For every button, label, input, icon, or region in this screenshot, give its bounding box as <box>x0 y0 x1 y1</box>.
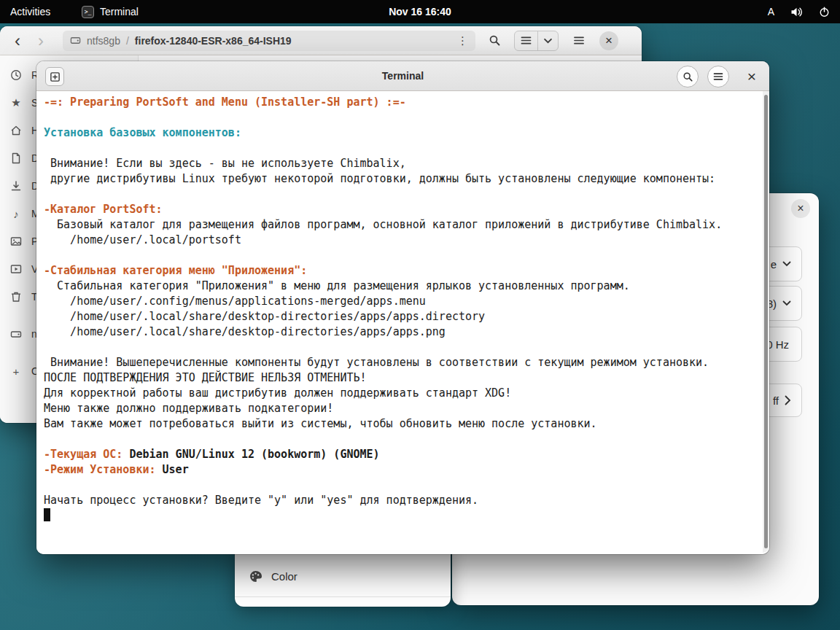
terminal-close-button[interactable]: × <box>743 61 761 91</box>
files-headerbar: ‹ › ntfs8gb / firefox-12840-ESR-x86_64-I… <box>0 26 642 55</box>
list-view-icon[interactable] <box>515 31 537 50</box>
view-toggle[interactable] <box>514 31 559 51</box>
color-menu-popup: Color <box>235 545 451 607</box>
row-value-fragment: ff <box>773 394 779 407</box>
chevron-down-icon <box>782 300 791 306</box>
terminal-cursor <box>44 508 50 521</box>
desktop: ‹ › ntfs8gb / firefox-12840-ESR-x86_64-I… <box>0 0 840 630</box>
focused-app-name: Terminal <box>100 6 139 18</box>
terminal-app-icon: >_ <box>82 6 94 18</box>
color-menu-item[interactable]: Color <box>235 564 451 588</box>
terminal-window: Terminal × -=: Preparing PortSoft and Me… <box>36 61 769 554</box>
terminal-search-button[interactable] <box>677 66 699 88</box>
color-menu-label: Color <box>271 570 298 583</box>
download-icon <box>10 180 22 192</box>
view-options-chevron-icon[interactable] <box>538 31 558 50</box>
terminal-output[interactable]: -=: Preparing PortSoft and Menu (Install… <box>44 95 759 524</box>
music-icon: ♪ <box>10 208 22 220</box>
path-more-icon[interactable]: ⋮ <box>457 34 468 47</box>
files-close-button[interactable]: × <box>599 31 618 50</box>
clock-icon <box>10 69 22 81</box>
files-menu-icon[interactable] <box>573 36 585 45</box>
window-title: Terminal <box>36 61 769 91</box>
video-icon <box>10 263 22 275</box>
home-icon <box>10 125 22 136</box>
forward-button[interactable]: › <box>29 27 52 55</box>
trash-icon <box>10 291 22 303</box>
menu-divider <box>235 596 451 597</box>
dropdown-value-fragment: e <box>771 258 777 271</box>
volume-icon[interactable] <box>790 7 803 18</box>
drive-icon <box>70 35 81 46</box>
settings-close-button[interactable]: × <box>791 199 810 218</box>
back-button[interactable]: ‹ <box>6 27 29 55</box>
keyboard-layout-indicator[interactable]: A <box>768 6 774 18</box>
chevron-right-icon <box>785 395 791 405</box>
path-segment-folder[interactable]: firefox-12840-ESR-x86_64-ISH19 <box>135 35 292 47</box>
system-status-area[interactable]: A <box>768 0 830 23</box>
path-separator: / <box>126 35 129 47</box>
focused-app-menu[interactable]: >_ Terminal <box>82 0 139 23</box>
top-bar: Activities >_ Terminal Nov 16 16:40 A <box>0 0 840 23</box>
activities-button[interactable]: Activities <box>10 0 50 23</box>
dropdown-value-fragment: 0 Hz <box>766 338 789 351</box>
document-icon <box>10 152 22 164</box>
files-search-icon[interactable] <box>489 34 501 47</box>
picture-icon <box>10 236 22 247</box>
path-bar[interactable]: ntfs8gb / firefox-12840-ESR-x86_64-ISH19… <box>63 31 475 51</box>
drive-icon <box>10 328 22 340</box>
terminal-headerbar: Terminal × <box>36 61 769 91</box>
plus-icon: + <box>10 365 22 378</box>
power-icon[interactable] <box>819 7 830 18</box>
terminal-screen[interactable]: -=: Preparing PortSoft and Menu (Install… <box>36 91 769 554</box>
star-icon: ★ <box>10 96 22 109</box>
chevron-down-icon <box>782 261 791 267</box>
terminal-menu-button[interactable] <box>707 66 729 88</box>
color-palette-icon <box>249 570 262 583</box>
path-segment-drive[interactable]: ntfs8gb <box>87 35 120 47</box>
clock-button[interactable]: Nov 16 16:40 <box>389 0 451 23</box>
terminal-scrollbar-thumb[interactable] <box>764 95 768 548</box>
